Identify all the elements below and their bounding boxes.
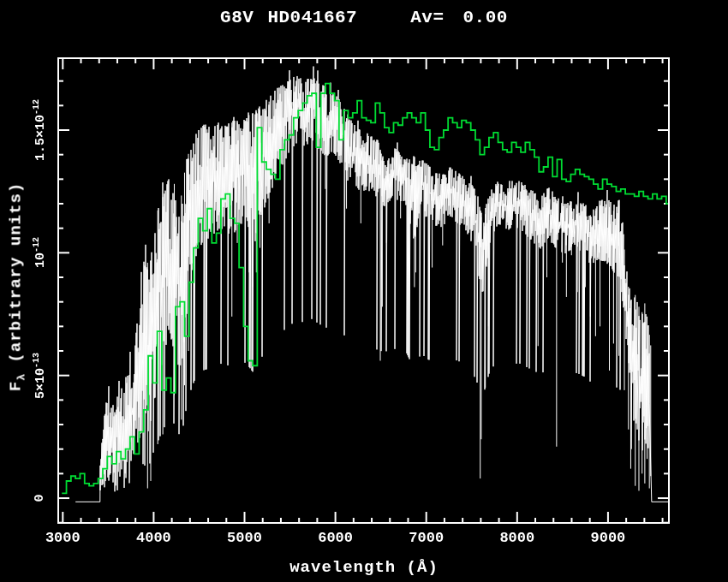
y-tick-label: 5×10-13 <box>32 353 48 399</box>
spectrum-plot-window: G8VHD041667Av=0.00 Fλ (arbitrary units) … <box>0 0 728 582</box>
y-tick-label: 1.5×10-12 <box>32 99 48 161</box>
x-tick-label: 5000 <box>215 530 275 546</box>
flux-symbol: F <box>7 381 26 391</box>
x-tick-label: 3000 <box>33 530 92 546</box>
extinction-value: 0.00 <box>463 8 508 27</box>
x-tick-label: 8000 <box>487 530 547 546</box>
x-tick-label: 7000 <box>397 530 456 546</box>
extinction-label: Av= <box>410 8 444 27</box>
spectrum-chart-canvas <box>0 0 728 582</box>
star-class-label: G8V <box>220 8 254 27</box>
flux-units-text: (arbitrary units) <box>7 182 26 373</box>
x-tick-label: 6000 <box>306 530 366 546</box>
y-tick-label: 0 <box>33 495 47 502</box>
x-tick-label: 9000 <box>578 530 638 546</box>
x-axis-title: wavelength (Å) <box>0 558 728 577</box>
y-axis-title: Fλ (arbitrary units) <box>7 182 28 391</box>
flux-subscript: λ <box>15 373 28 381</box>
plot-title: G8VHD041667Av=0.00 <box>0 8 728 27</box>
y-tick-label: 10-12 <box>32 237 48 268</box>
x-tick-label: 4000 <box>123 530 183 546</box>
star-name-label: HD041667 <box>267 8 357 27</box>
